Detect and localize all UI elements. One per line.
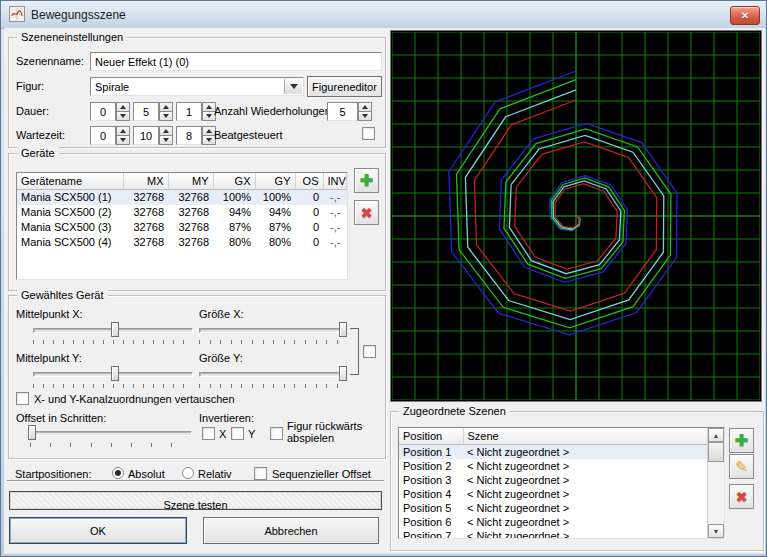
slider-thumb[interactable] [111, 366, 119, 381]
column-header[interactable]: Position [399, 428, 463, 444]
cell[interactable]: 87% [213, 220, 255, 235]
cell[interactable]: < Nicht zugeordnet > [463, 487, 710, 501]
cell[interactable]: -,- [323, 189, 347, 205]
table-row[interactable]: Mania SCX500 (3)327683276887%87%0-,- [17, 220, 347, 235]
cell[interactable]: 94% [255, 205, 295, 220]
sequential-offset-checkbox[interactable] [254, 467, 267, 480]
cell[interactable]: Position 7 [399, 529, 463, 540]
invert-x-checkbox[interactable] [202, 427, 215, 440]
scrollbar[interactable]: ▲ ▼ [707, 428, 724, 538]
cell[interactable]: 0 [295, 220, 323, 235]
table-row[interactable]: Position 7< Nicht zugeordnet > [399, 529, 710, 540]
column-header[interactable]: MX [123, 173, 168, 189]
table-row[interactable]: Position 6< Nicht zugeordnet > [399, 515, 710, 529]
column-header[interactable]: OS [295, 173, 323, 189]
cell[interactable]: Position 2 [399, 459, 463, 473]
cell[interactable]: 32768 [168, 205, 213, 220]
cell[interactable]: Position 5 [399, 501, 463, 515]
spin-up-button[interactable] [159, 126, 173, 136]
play-backwards-checkbox[interactable] [270, 427, 283, 440]
cell[interactable]: Position 1 [399, 444, 463, 459]
cell[interactable]: < Nicht zugeordnet > [463, 501, 710, 515]
cell[interactable]: 32768 [123, 205, 168, 220]
cell[interactable]: 32768 [123, 235, 168, 250]
spin-down-button[interactable] [159, 136, 173, 145]
close-button[interactable]: ✕ [730, 6, 760, 25]
size-y-slider[interactable] [199, 365, 347, 383]
figure-dropdown-button[interactable] [284, 79, 302, 94]
cell[interactable]: -,- [323, 205, 347, 220]
table-row[interactable]: Position 2< Nicht zugeordnet > [399, 459, 710, 473]
table-row[interactable]: Position 1< Nicht zugeordnet > [399, 444, 710, 459]
table-row[interactable]: Mania SCX500 (4)327683276880%80%0-,- [17, 235, 347, 250]
scroll-down-button[interactable]: ▼ [708, 524, 724, 538]
column-header[interactable]: Gerätename [17, 173, 123, 189]
scene-name-input[interactable]: Neuer Effekt (1) (0) [90, 52, 382, 71]
repeat-spinner[interactable]: 5 [327, 102, 372, 121]
remove-scene-button[interactable]: ✖ [729, 484, 754, 509]
cell[interactable]: 32768 [123, 220, 168, 235]
cell[interactable]: Position 6 [399, 515, 463, 529]
duration-spinner-2[interactable]: 5 [133, 102, 173, 121]
column-header[interactable]: Szene [463, 428, 710, 444]
table-row[interactable]: Position 3< Nicht zugeordnet > [399, 473, 710, 487]
center-x-slider[interactable] [33, 321, 193, 339]
cell[interactable]: 100% [255, 189, 295, 205]
cell[interactable]: 80% [255, 235, 295, 250]
title-bar[interactable]: Bewegungsszene ✕ [1, 1, 766, 29]
spin-up-button[interactable] [358, 102, 372, 112]
cell[interactable]: 80% [213, 235, 255, 250]
slider-thumb[interactable] [339, 366, 347, 381]
wait-spinner-3[interactable]: 8 [176, 126, 216, 145]
cell[interactable]: 100% [213, 189, 255, 205]
table-row[interactable]: Position 5< Nicht zugeordnet > [399, 501, 710, 515]
cell[interactable]: 32768 [123, 189, 168, 205]
assigned-scenes-list[interactable]: Position Szene Position 1< Nicht zugeord… [398, 427, 725, 539]
cell[interactable]: Mania SCX500 (1) [17, 189, 123, 205]
table-row[interactable]: Position 4< Nicht zugeordnet > [399, 487, 710, 501]
cell[interactable]: Position 4 [399, 487, 463, 501]
figure-select[interactable]: Spirale [90, 77, 304, 96]
cell[interactable]: < Nicht zugeordnet > [463, 515, 710, 529]
cell[interactable]: -,- [323, 235, 347, 250]
spin-down-button[interactable] [159, 112, 173, 121]
column-header[interactable]: GX [213, 173, 255, 189]
table-row[interactable]: Mania SCX500 (1)3276832768100%100%0-,- [17, 189, 347, 205]
devices-list[interactable]: Gerätename MX MY GX GY OS INV Mania SCX5… [16, 172, 348, 280]
spin-down-button[interactable] [116, 136, 130, 145]
remove-device-button[interactable]: ✖ [354, 200, 379, 225]
slider-thumb[interactable] [339, 322, 347, 337]
cell[interactable]: 32768 [168, 220, 213, 235]
cell[interactable]: 32768 [168, 235, 213, 250]
slider-thumb[interactable] [111, 322, 119, 337]
spin-up-button[interactable] [116, 102, 130, 112]
add-scene-button[interactable]: ✚ [729, 428, 754, 453]
wait-spinner-1[interactable]: 0 [90, 126, 130, 145]
duration-spinner-1[interactable]: 0 [90, 102, 130, 121]
cell[interactable]: Mania SCX500 (2) [17, 205, 123, 220]
beat-checkbox[interactable] [362, 127, 375, 140]
cell[interactable]: 0 [295, 205, 323, 220]
add-device-button[interactable]: ✚ [354, 168, 379, 193]
cell[interactable]: -,- [323, 220, 347, 235]
column-header[interactable]: MY [168, 173, 213, 189]
cell[interactable]: < Nicht zugeordnet > [463, 473, 710, 487]
cell[interactable]: Mania SCX500 (3) [17, 220, 123, 235]
slider-thumb[interactable] [28, 425, 36, 440]
cell[interactable]: < Nicht zugeordnet > [463, 444, 710, 459]
size-x-slider[interactable] [199, 321, 347, 339]
cell[interactable]: Mania SCX500 (4) [17, 235, 123, 250]
spin-up-button[interactable] [159, 102, 173, 112]
cell[interactable]: < Nicht zugeordnet > [463, 459, 710, 473]
spin-up-button[interactable] [116, 126, 130, 136]
edit-scene-button[interactable]: ✎ [729, 454, 754, 479]
spin-down-button[interactable] [358, 112, 372, 121]
test-scene-button[interactable]: Szene testen [9, 491, 382, 510]
invert-y-checkbox[interactable] [231, 427, 244, 440]
cell[interactable]: < Nicht zugeordnet > [463, 529, 710, 540]
link-sizes-checkbox[interactable] [363, 345, 376, 358]
cell[interactable]: Position 3 [399, 473, 463, 487]
scroll-up-button[interactable]: ▲ [708, 428, 724, 442]
wait-spinner-2[interactable]: 10 [133, 126, 173, 145]
duration-spinner-3[interactable]: 1 [176, 102, 216, 121]
